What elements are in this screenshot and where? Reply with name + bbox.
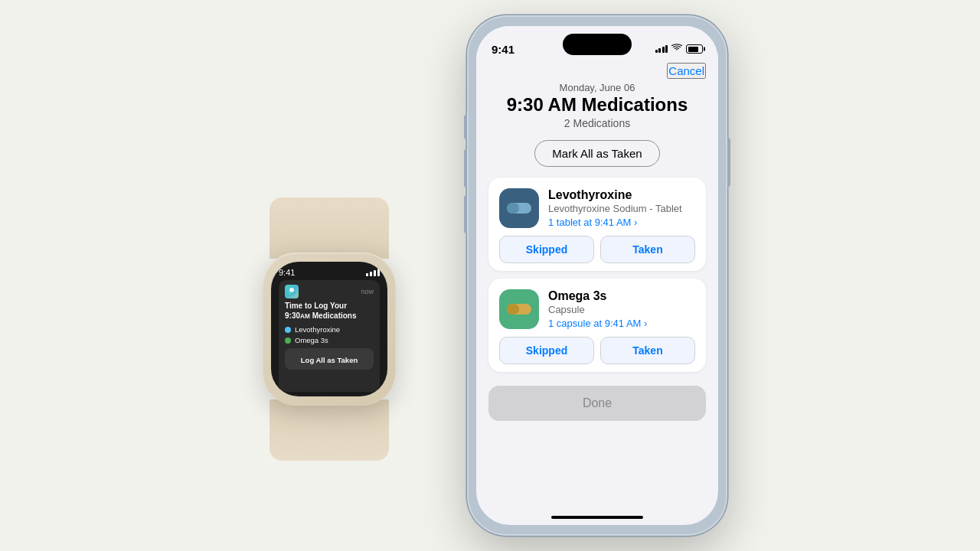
levothyroxine-taken-button[interactable]: Taken (600, 236, 695, 263)
omega3s-icon (499, 289, 539, 329)
cell-bar-2 (658, 48, 661, 53)
wifi-icon (671, 44, 682, 54)
levothyroxine-actions: Skipped Taken (499, 236, 695, 263)
watch-device: 9:41 (253, 191, 406, 375)
omega3s-skipped-button[interactable]: Skipped (499, 337, 594, 364)
watch-notif-header: now (285, 285, 374, 298)
watch-band-top (270, 197, 389, 259)
watch-med-dot-1 (285, 327, 291, 333)
omega3s-actions: Skipped Taken (499, 337, 695, 364)
phone-right-button (727, 138, 730, 187)
watch-notif-timestamp: now (361, 288, 374, 295)
med-card-header-1: Levothyroxine Levothyroxine Sodium - Tab… (499, 188, 695, 228)
cancel-button[interactable]: Cancel (667, 63, 706, 79)
header-date: Monday, June 06 (488, 82, 706, 93)
phone-mute-button (464, 115, 467, 139)
signal-bar-4 (377, 269, 380, 276)
med-card-header-2: Omega 3s Capsule 1 capsule at 9:41 AM › (499, 289, 695, 329)
phone-content: Cancel Monday, June 06 9:30 AM Medicatio… (476, 63, 718, 511)
battery-icon (686, 44, 703, 54)
signal-bar-2 (370, 272, 372, 276)
medication-card-levothyroxine: Levothyroxine Levothyroxine Sodium - Tab… (488, 178, 706, 271)
home-indicator (551, 516, 643, 519)
omega3s-dosage: 1 capsule at 9:41 AM › (548, 318, 695, 329)
watch-screen: 9:41 (271, 262, 387, 396)
signal-bar-3 (374, 270, 376, 276)
levothyroxine-name: Levothyroxine (548, 188, 695, 202)
phone-status-bar: 9:41 (476, 26, 718, 63)
watch-app-icon (285, 285, 299, 298)
header-subtitle: 2 Medications (488, 117, 706, 129)
watch-signal-icons (366, 269, 380, 276)
svg-point-2 (292, 292, 296, 295)
omega3s-type: Capsule (548, 304, 695, 315)
levothyroxine-skipped-button[interactable]: Skipped (499, 236, 594, 263)
omega3s-info: Omega 3s Capsule 1 capsule at 9:41 AM › (548, 289, 695, 329)
cell-bar-1 (655, 50, 658, 53)
svg-rect-6 (507, 304, 519, 315)
svg-rect-4 (507, 203, 519, 214)
levothyroxine-info: Levothyroxine Levothyroxine Sodium - Tab… (548, 188, 695, 228)
levothyroxine-icon (499, 188, 539, 228)
watch-med-name-2: Omega 3s (295, 336, 328, 344)
done-button[interactable]: Done (488, 386, 706, 421)
svg-point-1 (288, 292, 292, 295)
phone-status-time: 9:41 (492, 43, 514, 56)
watch-med-name-1: Levothyroxine (295, 325, 340, 334)
watch-band-bottom (270, 399, 389, 461)
header-title: 9:30 AM Medications (488, 95, 706, 115)
watch-notif-title: Time to Log Your9:30AM Medications (285, 301, 374, 321)
dynamic-island (563, 34, 632, 55)
watch-status-bar: 9:41 (279, 268, 380, 277)
omega3s-name: Omega 3s (548, 289, 695, 303)
mark-all-as-taken-button[interactable]: Mark All as Taken (534, 140, 659, 167)
phone-device: 9:41 (467, 15, 727, 536)
cell-bar-3 (662, 47, 665, 53)
omega3s-taken-button[interactable]: Taken (600, 337, 695, 364)
watch-log-all-button[interactable]: Log All as Taken (285, 348, 374, 370)
watch-med-item-2: Omega 3s (285, 336, 374, 344)
cellular-signal-icon (655, 45, 668, 53)
watch-log-all-label: Log All as Taken (301, 356, 358, 364)
signal-bar-1 (366, 273, 368, 276)
phone-case: 9:41 (467, 15, 727, 536)
watch-med-item-1: Levothyroxine (285, 325, 374, 334)
watch-body-container: 9:41 (253, 191, 406, 375)
watch-med-dot-2 (285, 337, 291, 344)
watch-case: 9:41 (263, 253, 396, 406)
watch-notification-card: now Time to Log Your9:30AM Medications L… (279, 280, 380, 392)
battery-fill (688, 47, 699, 52)
status-icons (655, 44, 704, 54)
scene: 9:41 (0, 0, 980, 551)
watch-time: 9:41 (279, 268, 295, 277)
phone-volume-down-button (464, 195, 467, 233)
levothyroxine-type: Levothyroxine Sodium - Tablet (548, 203, 695, 214)
medication-card-omega3s: Omega 3s Capsule 1 capsule at 9:41 AM › … (488, 279, 706, 372)
levothyroxine-dosage: 1 tablet at 9:41 AM › (548, 217, 695, 228)
phone-volume-up-button (464, 149, 467, 187)
cell-bar-4 (665, 45, 668, 53)
phone-screen: 9:41 (476, 26, 718, 525)
